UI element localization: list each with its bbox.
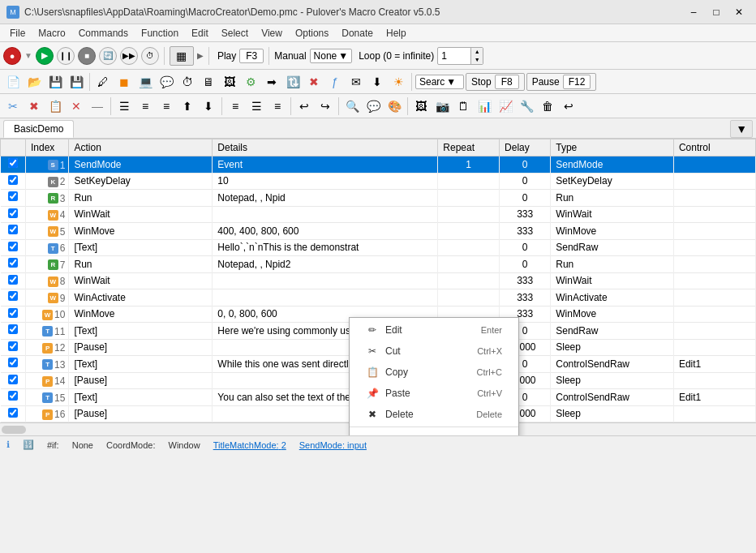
edit-tb-9[interactable]: ⬆ (178, 96, 197, 116)
edit-tb-color[interactable]: 🎨 (384, 96, 404, 116)
tb-btn-7[interactable]: 🖼 (220, 72, 239, 92)
edit-tb-img5[interactable]: 📈 (496, 96, 515, 116)
ctx-menu-item-paste[interactable]: 📌PasteCtrl+V (350, 383, 518, 404)
manual-dropdown[interactable]: None ▼ (310, 49, 353, 63)
row-checkbox[interactable] (8, 291, 18, 301)
row-checkbox[interactable] (8, 258, 18, 268)
row-checkbox[interactable] (8, 208, 18, 218)
table-row[interactable]: W 5 WinMove 400, 400, 800, 600 333 WinMo… (1, 223, 756, 240)
save-as-button[interactable]: 💾 (67, 72, 86, 92)
tb-btn-8[interactable]: ⚙ (241, 72, 260, 92)
row-check-cell[interactable] (1, 156, 26, 174)
tb-btn-14[interactable]: ⬇ (367, 72, 387, 92)
menu-item-view[interactable]: View (255, 24, 289, 41)
loop-down-button[interactable]: ▼ (471, 56, 483, 64)
row-check-cell[interactable] (1, 223, 26, 240)
row-check-cell[interactable] (1, 190, 26, 207)
play-button[interactable]: ▶ (36, 47, 54, 65)
tb-btn-2[interactable]: ◼ (114, 72, 134, 92)
open-button[interactable]: 📂 (24, 72, 44, 92)
row-checkbox[interactable] (8, 375, 18, 384)
save-button[interactable]: 💾 (45, 72, 65, 92)
close-button[interactable]: ✕ (728, 4, 750, 20)
ctx-menu-item-edit[interactable]: ✏EditEnter (350, 319, 518, 341)
table-row[interactable]: W 8 WinWait 333 WinWait (1, 272, 756, 289)
edit-tb-img4[interactable]: 📊 (475, 96, 494, 116)
menu-item-select[interactable]: Select (215, 24, 255, 41)
new-button[interactable]: 📄 (3, 72, 23, 92)
tb-btn-15[interactable]: ☀ (389, 72, 408, 92)
fast-play-button[interactable]: ▶▶ (120, 47, 138, 65)
loop-up-button[interactable]: ▲ (471, 48, 483, 56)
ctx-menu-item-cut[interactable]: ✂CutCtrl+X (350, 341, 518, 362)
edit-tb-img8[interactable]: ↩ (559, 96, 578, 116)
tb-btn-5[interactable]: ⏱ (178, 72, 197, 92)
row-checkbox[interactable] (8, 358, 18, 367)
row-check-cell[interactable] (1, 339, 26, 356)
edit-tb-search[interactable]: 🔍 (342, 96, 362, 116)
tb-btn-10[interactable]: 🔃 (283, 72, 303, 92)
row-check-cell[interactable] (1, 206, 26, 223)
edit-tb-undo[interactable]: ↩ (294, 96, 314, 116)
tb-btn-4[interactable]: 💬 (157, 72, 176, 92)
edit-tb-13[interactable]: ≡ (268, 96, 287, 116)
edit-tb-6[interactable]: ☰ (114, 96, 134, 116)
row-check-cell[interactable] (1, 256, 26, 273)
row-check-cell[interactable] (1, 323, 26, 340)
minimize-button[interactable]: – (683, 4, 704, 20)
menu-item-file[interactable]: File (3, 24, 32, 41)
row-check-cell[interactable] (1, 173, 26, 190)
edit-tb-img7[interactable]: 🗑 (538, 96, 557, 116)
row-checkbox[interactable] (8, 391, 18, 401)
tb-btn-13[interactable]: ✉ (346, 72, 366, 92)
edit-tb-img6[interactable]: 🔧 (517, 96, 536, 116)
stop-button[interactable]: Stop F8 (466, 73, 525, 91)
menu-item-help[interactable]: Help (380, 24, 413, 41)
edit-tb-11[interactable]: ≡ (226, 96, 245, 116)
status-sendmode-link[interactable]: SendMode: input (299, 440, 367, 450)
pause-play-button[interactable]: ❙❙ (57, 47, 75, 65)
row-check-cell[interactable] (1, 356, 26, 373)
edit-tb-10[interactable]: ⬇ (199, 96, 218, 116)
play-key-badge[interactable]: F3 (239, 49, 264, 63)
row-check-cell[interactable] (1, 372, 26, 389)
tb-btn-6[interactable]: 🖥 (199, 72, 218, 92)
menu-item-commands[interactable]: Commands (72, 24, 135, 41)
maximize-button[interactable]: □ (706, 4, 727, 20)
stop-round-button[interactable]: ■ (78, 47, 96, 65)
menu-item-edit[interactable]: Edit (185, 24, 215, 41)
table-row[interactable]: T 6 [Text] Hello`,`n`nThis is the demons… (1, 239, 756, 256)
table-row[interactable]: S 1 SendMode Event 1 0 SendMode (1, 156, 756, 174)
row-checkbox[interactable] (8, 324, 18, 334)
row-check-cell[interactable] (1, 239, 26, 256)
menu-item-macro[interactable]: Macro (32, 24, 71, 41)
menu-item-function[interactable]: Function (135, 24, 185, 41)
edit-tb-3[interactable]: 📋 (45, 96, 65, 116)
row-checkbox[interactable] (8, 341, 18, 351)
ctx-menu-item-duplicate[interactable]: ⧉DuplicateCtrl+D (350, 429, 518, 435)
row-checkbox[interactable] (8, 275, 18, 285)
ctx-menu-item-copy[interactable]: 📋CopyCtrl+C (350, 362, 518, 383)
table-row[interactable]: W 4 WinWait 333 WinWait (1, 206, 756, 223)
row-checkbox[interactable] (8, 175, 18, 185)
row-checkbox[interactable] (8, 308, 18, 318)
record-button[interactable]: ● (3, 47, 21, 65)
tb-btn-11[interactable]: ✖ (304, 72, 324, 92)
row-check-cell[interactable] (1, 405, 26, 422)
row-checkbox[interactable] (8, 225, 18, 234)
row-check-cell[interactable] (1, 306, 26, 323)
loop-input[interactable] (438, 49, 470, 62)
row-check-cell[interactable] (1, 289, 26, 307)
tb-btn-1[interactable]: 🖊 (93, 72, 113, 92)
tb-btn-3[interactable]: 💻 (135, 72, 155, 92)
edit-tb-4[interactable]: ✕ (67, 96, 86, 116)
row-checkbox[interactable] (8, 408, 18, 418)
row-check-cell[interactable] (1, 389, 26, 406)
edit-tb-comment[interactable]: 💬 (363, 96, 383, 116)
edit-tb-12[interactable]: ☰ (247, 96, 266, 116)
menu-item-options[interactable]: Options (289, 24, 335, 41)
table-row[interactable]: W 9 WinActivate 333 WinActivate (1, 289, 756, 307)
edit-tb-img3[interactable]: 🗒 (453, 96, 473, 116)
edit-tb-1[interactable]: ✂ (3, 96, 23, 116)
tb-btn-12[interactable]: ƒ (325, 72, 345, 92)
